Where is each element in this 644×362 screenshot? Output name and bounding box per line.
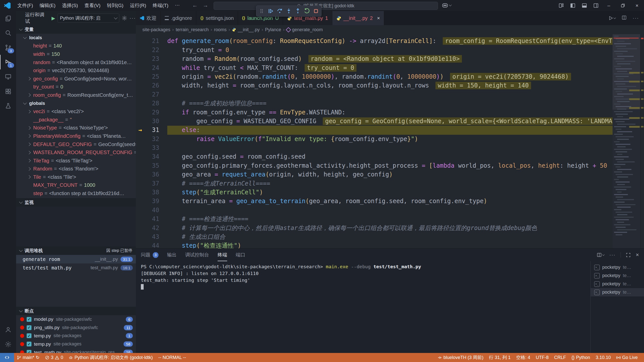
- toggle-sidebar-icon[interactable]: [567, 0, 579, 11]
- variable-row[interactable]: PlanetaryWindConfig=<class 'Planeta…: [16, 132, 136, 140]
- language-mode-item[interactable]: {} Python: [569, 353, 593, 362]
- cursor-position-item[interactable]: 行 31, 列 1: [486, 353, 513, 362]
- breadcrumb-item[interactable]: rooms: [214, 27, 227, 32]
- breakpoint-row[interactable]: ✓temp.pysite-packages1: [16, 332, 136, 340]
- panel-more-icon[interactable]: ···: [609, 252, 616, 258]
- tab-.gdignore[interactable]: .gdignore: [161, 11, 196, 25]
- breakpoint-checkbox[interactable]: ✓: [27, 350, 31, 353]
- menu-item[interactable]: 选择(S): [59, 2, 81, 9]
- tab-settings.json[interactable]: {}settings.json: [196, 11, 238, 25]
- toggle-secondary-sidebar-icon[interactable]: [590, 0, 602, 11]
- gitlens-item[interactable]: blueloveTH (3 周前): [435, 353, 486, 362]
- breadcrumb-item[interactable]: generate_room: [287, 27, 323, 32]
- variable-row[interactable]: TileTag=<class 'TileTag'>: [16, 157, 136, 165]
- panel-maximize-icon[interactable]: [626, 253, 631, 257]
- explorer-icon[interactable]: [0, 11, 16, 26]
- panel-tab-调试控制台[interactable]: 调试控制台: [185, 249, 209, 261]
- search-sidebar-icon[interactable]: [0, 26, 16, 40]
- variable-row[interactable]: NoiseType=<class 'NoiseType'>: [16, 124, 136, 132]
- tab-close-icon[interactable]: ×: [377, 15, 380, 21]
- breakpoint-checkbox[interactable]: ✓: [27, 342, 31, 346]
- terminal-instance[interactable]: >_pocketpyte…: [591, 272, 644, 280]
- breakpoint-row[interactable]: ✓model.pysite-packages\wfc6: [16, 315, 136, 324]
- variable-row[interactable]: step=<function step at 0x1bf9cd216d…: [16, 189, 136, 198]
- command-center-search[interactable]: [扩展开发宿主] godot-ldtk: [214, 2, 438, 10]
- variable-row[interactable]: MAX_TRY_COUNT=1000: [16, 181, 136, 190]
- debug-settings-gear-icon[interactable]: [122, 15, 127, 21]
- variable-row[interactable]: __package__='': [16, 116, 136, 124]
- remote-explorer-icon[interactable]: [0, 69, 16, 84]
- problems-item[interactable]: 3 0: [42, 353, 66, 362]
- indentation-item[interactable]: 空格: 4: [513, 353, 533, 362]
- editor-more-icon[interactable]: ···: [633, 15, 639, 21]
- variable-row[interactable]: Tile=<class 'Tile'>: [16, 173, 136, 181]
- run-bar-more-icon[interactable]: ···: [130, 15, 136, 21]
- tab-__init__.py[interactable]: __init__.py2×: [332, 11, 384, 25]
- watch-header[interactable]: 监视: [16, 198, 136, 207]
- breakpoint-checkbox[interactable]: ✓: [27, 333, 31, 338]
- watch-body[interactable]: [16, 207, 136, 246]
- variable-row[interactable]: geo_config=GeoConfig(seed=None, wor…: [16, 75, 136, 83]
- variable-row[interactable]: DEFAULT_GEO_CONFIG=GeoConfig(seed=1…: [16, 140, 136, 149]
- debug-restart-icon[interactable]: [303, 7, 311, 15]
- variable-row[interactable]: WASTELAND_ROOM_REQUEST_CONFIG=RoomR…: [16, 148, 136, 157]
- panel-tab-终端[interactable]: 终端: [218, 249, 227, 261]
- variables-group-locals[interactable]: locals: [16, 34, 136, 42]
- breadcrumb-item[interactable]: __init__.py: [232, 27, 260, 32]
- debug-step-out-icon[interactable]: [294, 7, 302, 15]
- variable-row[interactable]: random=<Random object at 0x1bf9d01e…: [16, 58, 136, 67]
- extensions-icon[interactable]: [0, 84, 16, 99]
- code-editor[interactable]: 2021def generate_room(room_config: RoomR…: [136, 34, 644, 248]
- panel-tab-端口[interactable]: 端口: [236, 249, 245, 261]
- panel-close-icon[interactable]: ×: [636, 252, 639, 258]
- run-python-file-icon[interactable]: [608, 16, 616, 21]
- breadcrumb-item[interactable]: site-packages: [142, 27, 170, 32]
- close-window-button[interactable]: ×: [630, 0, 644, 11]
- minimap[interactable]: [613, 34, 640, 248]
- vim-mode-item[interactable]: -- NORMAL --: [155, 353, 189, 362]
- testing-icon[interactable]: [0, 99, 16, 113]
- breakpoint-row[interactable]: ✓temp.pysite-packages58: [16, 340, 136, 348]
- customize-layout-icon[interactable]: [555, 0, 567, 11]
- restore-button[interactable]: [616, 0, 630, 11]
- source-control-icon[interactable]: 3: [0, 40, 16, 55]
- terminal-output[interactable]: PS C:\computer_science\godot-ldtk\site-p…: [136, 261, 590, 353]
- breakpoint-row[interactable]: ✓png_utils.pysite-packages\wfc11: [16, 324, 136, 332]
- menu-item[interactable]: 查看(V): [81, 2, 104, 9]
- breakpoint-checkbox[interactable]: ✓: [27, 317, 31, 322]
- menu-item[interactable]: ···: [172, 2, 183, 9]
- variable-row[interactable]: origin=vec2i(7205730, 9024468): [16, 66, 136, 75]
- callstack-frame[interactable]: test/test_math.pytest_math.py16:1: [16, 263, 136, 272]
- start-debug-icon[interactable]: ▶: [52, 15, 55, 21]
- breadcrumb-item[interactable]: terrain_research: [176, 27, 209, 32]
- callstack-header[interactable]: 调用堆栈 因 step 已暂停: [16, 246, 136, 255]
- panel-tab-输出[interactable]: 输出: [167, 249, 177, 261]
- go-live-item[interactable]: Go Live: [614, 353, 640, 362]
- debug-config-dropdown[interactable]: Python 调试程序: 启: [58, 14, 119, 23]
- debug-stop-icon[interactable]: [312, 7, 320, 15]
- menu-item[interactable]: 运行(R): [127, 2, 149, 9]
- toolbar-grip-icon[interactable]: [258, 7, 265, 15]
- nav-back-icon[interactable]: ←: [191, 2, 199, 9]
- breadcrumb-item[interactable]: Pylance: [265, 27, 281, 32]
- debug-continue-icon[interactable]: [267, 7, 274, 15]
- minimize-button[interactable]: –: [602, 0, 616, 11]
- variable-row[interactable]: height=140: [16, 42, 136, 50]
- variables-group-globals[interactable]: globals: [16, 99, 136, 108]
- menu-item[interactable]: 转到(G): [104, 2, 127, 9]
- variable-row[interactable]: vec2i=<class 'vec2i'>: [16, 107, 136, 116]
- remote-indicator[interactable]: [0, 353, 14, 362]
- git-branch-item[interactable]: main* ↻: [14, 353, 42, 362]
- debug-step-into-icon[interactable]: [285, 7, 293, 15]
- nav-forward-icon[interactable]: →: [201, 2, 210, 9]
- run-and-debug-icon[interactable]: 1: [0, 55, 16, 69]
- menu-item[interactable]: 终端(T): [149, 2, 172, 9]
- breakpoint-row[interactable]: ✓test_math.pysite-packages\terrain_res…1…: [16, 348, 136, 353]
- toggle-panel-icon[interactable]: [579, 0, 590, 11]
- encoding-item[interactable]: UTF-8: [533, 353, 551, 362]
- terminal-instance[interactable]: >_pocketpyte…: [591, 263, 644, 272]
- terminal-instance[interactable]: >_pocketpyte…: [591, 288, 644, 296]
- eol-item[interactable]: CRLF: [551, 353, 569, 362]
- debug-step-over-icon[interactable]: [276, 7, 284, 15]
- split-editor-icon[interactable]: [622, 15, 627, 21]
